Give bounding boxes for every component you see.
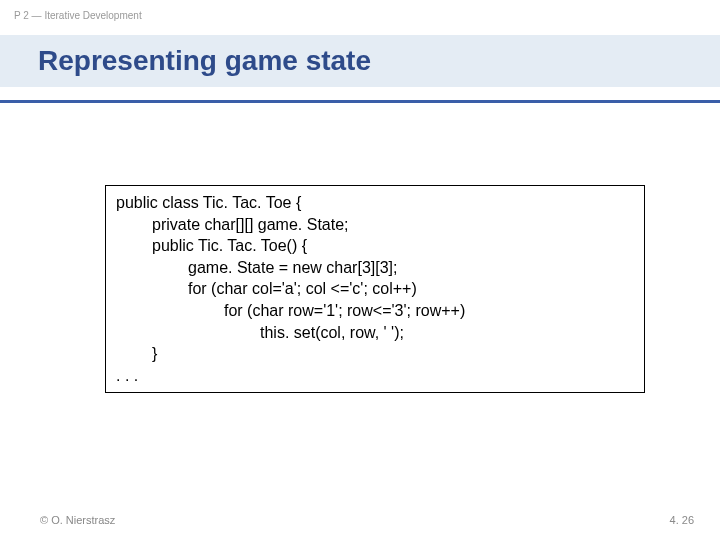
slide: P 2 — Iterative Development Representing… [0,0,720,540]
title-rule [0,100,720,103]
code-line: public class Tic. Tac. Toe { [116,192,634,214]
copyright: © O. Nierstrasz [40,514,115,526]
code-line: } [116,343,634,365]
code-line: game. State = new char[3][3]; [116,257,634,279]
page-number: 4. 26 [670,514,694,526]
code-box: public class Tic. Tac. Toe { private cha… [105,185,645,393]
page-title: Representing game state [38,45,371,77]
course-label: P 2 — Iterative Development [14,10,142,21]
code-line: private char[][] game. State; [116,214,634,236]
code-line: for (char col='a'; col <='c'; col++) [116,278,634,300]
code-line: for (char row='1'; row<='3'; row++) [116,300,634,322]
code-line: public Tic. Tac. Toe() { [116,235,634,257]
code-line: this. set(col, row, ' '); [116,322,634,344]
title-bar: Representing game state [0,35,720,87]
code-line: . . . [116,365,634,387]
